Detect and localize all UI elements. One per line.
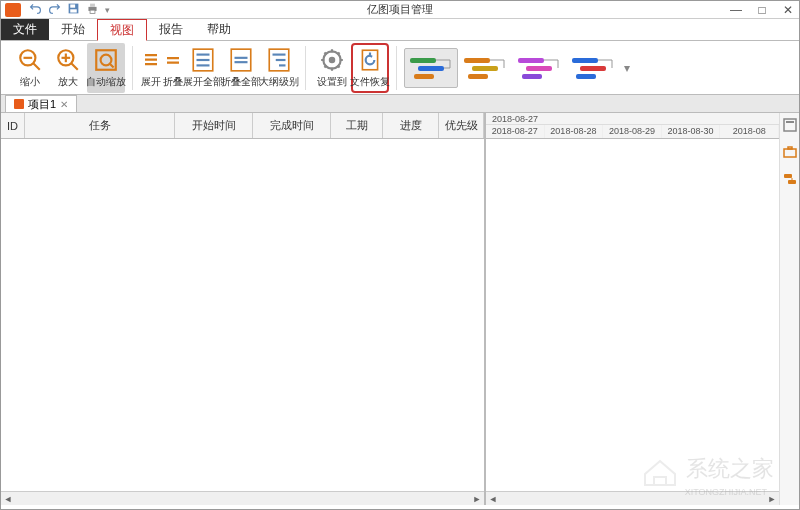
maximize-button[interactable]: □ [755,3,769,17]
print-icon[interactable] [86,2,99,18]
svg-rect-17 [145,58,157,60]
svg-rect-4 [90,3,95,6]
right-scrollbar[interactable]: ◄ ► [486,491,779,505]
scroll-left-icon[interactable]: ◄ [1,493,15,505]
table-body[interactable] [1,139,484,491]
col-duration[interactable]: 工期 [331,113,383,138]
close-button[interactable]: ✕ [781,3,795,17]
tab-report[interactable]: 报告 [147,19,195,40]
layers-icon[interactable] [782,117,798,136]
settings-to-button[interactable]: 设置到 [313,43,351,93]
zoom-out-button[interactable]: 缩小 [11,43,49,93]
document-tab-close[interactable]: ✕ [60,99,68,110]
col-task[interactable]: 任务 [25,113,175,138]
svg-rect-48 [522,74,542,79]
gantt-style-more-button[interactable]: ▾ [620,61,634,75]
svg-rect-35 [410,58,436,63]
svg-rect-47 [526,66,552,71]
minimize-button[interactable]: — [729,3,743,17]
expand-all-icon [190,47,216,73]
timeline-body[interactable] [486,139,779,491]
svg-rect-19 [167,57,179,59]
left-scrollbar[interactable]: ◄ ► [1,491,484,505]
timeline-date: 2018-08-27 [486,125,545,138]
scroll-left-icon[interactable]: ◄ [486,493,500,505]
scroll-right-icon[interactable]: ► [470,493,484,505]
timeline-dates: 2018-08-27 2018-08-28 2018-08-29 2018-08… [486,125,779,138]
svg-line-15 [109,63,113,67]
svg-rect-36 [418,66,444,71]
auto-zoom-label: 自动缩放 [86,75,126,89]
svg-rect-57 [786,121,794,123]
timeline-date: 2018-08-29 [603,125,662,138]
svg-rect-53 [576,74,596,79]
zoom-in-icon [55,47,81,73]
undo-icon[interactable] [29,2,42,18]
quick-access-toolbar: ▾ [25,2,110,18]
expand-label: 展开 [141,75,161,89]
col-id[interactable]: ID [1,113,25,138]
svg-rect-2 [70,9,77,12]
collapse-button[interactable]: 折叠 [162,43,184,93]
gantt-style-1-icon [408,55,454,81]
gantt-style-3-button[interactable] [512,48,566,88]
menu-tabs: 文件 开始 视图 报告 帮助 [1,19,799,41]
outline-level-button[interactable]: 大纲级别 [260,43,298,93]
qat-dropdown-icon[interactable]: ▾ [105,5,110,15]
window-controls: — □ ✕ [729,3,795,17]
table-header: ID 任务 开始时间 完成时间 工期 进度 优先级 [1,113,484,139]
outline-level-icon [266,47,292,73]
document-tabs: 项目1 ✕ [1,95,799,113]
col-progress[interactable]: 进度 [383,113,439,138]
svg-rect-5 [90,10,95,13]
file-restore-button[interactable]: 文件恢复 [351,43,389,93]
tab-view[interactable]: 视图 [97,19,147,41]
zoom-in-button[interactable]: 放大 [49,43,87,93]
auto-zoom-icon [93,47,119,73]
link-icon[interactable] [782,171,798,190]
document-tab-label: 项目1 [28,97,56,112]
svg-rect-43 [468,74,488,79]
collapse-label: 折叠 [163,75,183,89]
gantt-style-2-button[interactable] [458,48,512,88]
settings-to-label: 设置到 [317,75,347,89]
svg-rect-61 [788,180,796,184]
side-toolbar [779,113,799,505]
tab-file[interactable]: 文件 [1,19,49,40]
zoom-in-label: 放大 [58,75,78,89]
col-end[interactable]: 完成时间 [253,113,331,138]
svg-rect-41 [464,58,490,63]
svg-rect-46 [518,58,544,63]
expand-all-label: 展开全部 [183,75,223,89]
expand-button[interactable]: 展开 [140,43,162,93]
document-tab-1[interactable]: 项目1 ✕ [5,95,77,112]
col-start[interactable]: 开始时间 [175,113,253,138]
timeline-date: 2018-08 [720,125,779,138]
collapse-all-label: 折叠全部 [221,75,261,89]
tab-start[interactable]: 开始 [49,19,97,40]
tab-help[interactable]: 帮助 [195,19,243,40]
timeline-range: 2018-08-27 [486,113,779,125]
collapse-icon [160,47,186,73]
svg-rect-58 [784,149,796,157]
collapse-all-button[interactable]: 折叠全部 [222,43,260,93]
briefcase-icon[interactable] [782,144,798,163]
timeline-header: 2018-08-27 2018-08-27 2018-08-28 2018-08… [486,113,779,139]
auto-zoom-button[interactable]: 自动缩放 [87,43,125,93]
col-priority[interactable]: 优先级 [439,113,484,138]
outline-level-label: 大纲级别 [259,75,299,89]
main-area: ID 任务 开始时间 完成时间 工期 进度 优先级 ◄ ► 2018-08-27… [1,113,799,505]
gantt-style-4-button[interactable] [566,48,620,88]
save-icon[interactable] [67,2,80,18]
file-restore-label: 文件恢复 [350,75,390,89]
svg-line-10 [71,63,78,70]
gantt-style-3-icon [516,55,562,81]
task-table-pane: ID 任务 开始时间 完成时间 工期 进度 优先级 ◄ ► [1,113,486,505]
gantt-style-1-button[interactable] [404,48,458,88]
collapse-all-icon [228,47,254,73]
svg-rect-16 [145,54,157,56]
expand-all-button[interactable]: 展开全部 [184,43,222,93]
timeline-date: 2018-08-30 [662,125,721,138]
redo-icon[interactable] [48,2,61,18]
scroll-right-icon[interactable]: ► [765,493,779,505]
